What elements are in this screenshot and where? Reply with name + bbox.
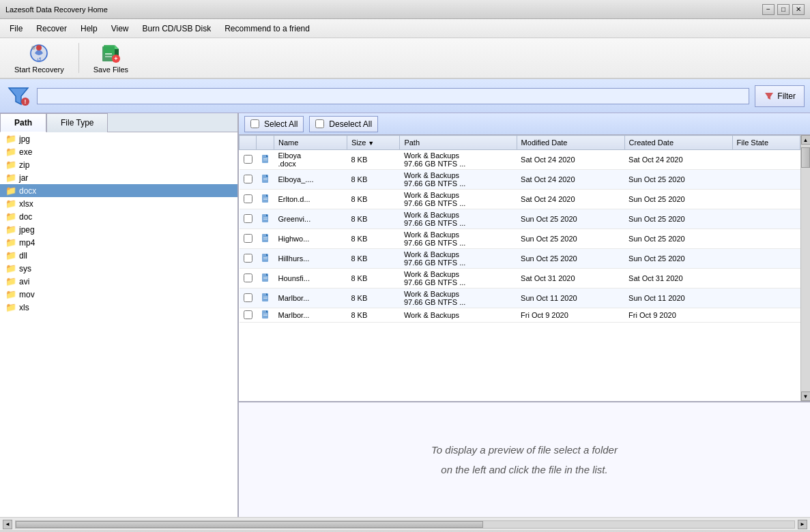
row-checkbox[interactable] — [244, 175, 252, 183]
row-state — [732, 209, 800, 229]
tree-item-docx[interactable]: 📁 docx — [0, 184, 237, 197]
scroll-track[interactable] — [801, 145, 810, 391]
menu-burn[interactable]: Burn CD/USB Disk — [136, 21, 218, 36]
toolbar-separator — [78, 43, 79, 73]
tree-item-dll[interactable]: 📁 dll — [0, 249, 237, 262]
scroll-up-arrow[interactable]: ▲ — [801, 135, 811, 145]
row-checkbox[interactable] — [244, 155, 252, 164]
scroll-thumb[interactable] — [801, 147, 810, 168]
row-name: Elboya.docx — [274, 150, 347, 170]
row-checkbox-cell — [240, 229, 257, 249]
tab-bar: Path File Type — [0, 113, 237, 132]
table-row[interactable]: Elboya_.... 8 KB Work & Backups97.66 GB … — [240, 170, 800, 190]
tree-item-doc[interactable]: 📁 doc — [0, 210, 237, 223]
folder-icon: 📁 — [5, 160, 16, 170]
menu-help[interactable]: Help — [74, 21, 104, 36]
svg-rect-40 — [263, 257, 267, 258]
row-checkbox[interactable] — [244, 214, 252, 223]
scroll-left-arrow[interactable]: ◄ — [3, 520, 12, 529]
tree-item-sys[interactable]: 📁 sys — [0, 262, 237, 275]
tree-item-avi[interactable]: 📁 avi — [0, 275, 237, 288]
col-created-header[interactable]: Created Date — [624, 136, 732, 150]
tree-item-xlsx[interactable]: 📁 xlsx — [0, 197, 237, 210]
file-tree[interactable]: 📁 jpg 📁 exe 📁 zip 📁 jar 📁 docx 📁 xls — [0, 132, 237, 517]
svg-point-3 — [31, 46, 35, 50]
filter-button[interactable]: Filter — [755, 85, 805, 107]
row-created: Sun Oct 25 2020 — [624, 249, 732, 269]
row-checkbox[interactable] — [244, 310, 252, 319]
col-name-header[interactable]: Name — [274, 136, 347, 150]
tree-item-jar[interactable]: 📁 jar — [0, 171, 237, 184]
row-size: 8 KB — [347, 150, 400, 170]
menu-file[interactable]: File — [3, 21, 29, 36]
select-all-button[interactable]: Select All — [244, 116, 304, 132]
row-checkbox[interactable] — [244, 293, 252, 302]
deselect-all-checkbox[interactable] — [315, 119, 324, 128]
maximize-button[interactable]: □ — [777, 4, 790, 15]
scroll-down-arrow[interactable]: ▼ — [801, 391, 811, 401]
vertical-scrollbar[interactable]: ▲ ▼ — [800, 135, 810, 401]
folder-icon: 📁 — [5, 250, 16, 261]
row-checkbox[interactable] — [244, 234, 252, 243]
save-files-button[interactable]: + Save Files — [85, 40, 137, 76]
filter-button-icon — [764, 91, 775, 102]
menu-recommend[interactable]: Recommend to a friend — [218, 21, 317, 36]
row-checkbox-cell — [240, 269, 257, 289]
table-row[interactable]: Greenvi... 8 KB Work & Backups97.66 GB N… — [240, 209, 800, 229]
table-row[interactable]: Hillhurs... 8 KB Work & Backups97.66 GB … — [240, 249, 800, 269]
table-area: Name Size ▼ Path Modified — [239, 135, 810, 401]
menu-view[interactable]: View — [104, 21, 136, 36]
col-modified-header[interactable]: Modified Date — [517, 136, 624, 150]
row-checkbox[interactable] — [244, 274, 252, 282]
tab-file-type[interactable]: File Type — [46, 113, 108, 132]
deselect-all-button[interactable]: Deselect All — [309, 116, 378, 132]
minimize-button[interactable]: − — [762, 4, 775, 15]
bottom-scrollbar[interactable]: ◄ ► — [0, 517, 810, 531]
svg-rect-20 — [263, 158, 267, 159]
start-recovery-button[interactable]: ↺ Start Recovery — [5, 40, 73, 76]
folder-icon: 📁 — [5, 302, 16, 312]
row-modified: Sun Oct 11 2020 — [517, 289, 624, 308]
tree-item-xls[interactable]: 📁 xls — [0, 301, 237, 314]
tree-item-jpg[interactable]: 📁 jpg — [0, 132, 237, 145]
table-row[interactable]: Marlbor... 8 KB Work & Backups97.66 GB N… — [240, 289, 800, 308]
table-row[interactable]: Erlton.d... 8 KB Work & Backups97.66 GB … — [240, 190, 800, 209]
col-path-header[interactable]: Path — [400, 136, 517, 150]
close-button[interactable]: ✕ — [792, 4, 805, 15]
row-created: Sun Oct 11 2020 — [624, 289, 732, 308]
row-checkbox[interactable] — [244, 254, 252, 263]
svg-marker-8 — [115, 45, 119, 49]
select-all-checkbox[interactable] — [250, 119, 259, 128]
col-size-header[interactable]: Size ▼ — [347, 136, 400, 150]
left-panel: Path File Type 📁 jpg 📁 exe 📁 zip 📁 jar — [0, 113, 239, 517]
horizontal-scroll-track[interactable] — [15, 520, 795, 529]
file-table-container[interactable]: Name Size ▼ Path Modified — [239, 135, 800, 401]
filter-input[interactable] — [37, 88, 749, 104]
table-row[interactable]: Highwo... 8 KB Work & Backups97.66 GB NT… — [240, 229, 800, 249]
row-checkbox[interactable] — [244, 194, 252, 203]
menu-recover[interactable]: Recover — [29, 21, 74, 36]
tab-path[interactable]: Path — [0, 113, 46, 132]
row-icon-cell — [257, 190, 274, 209]
tree-item-mov[interactable]: 📁 mov — [0, 288, 237, 301]
row-modified: Sun Oct 25 2020 — [517, 229, 624, 249]
row-path: Work & Backups97.66 GB NTFS ... — [400, 249, 517, 269]
horizontal-scroll-thumb[interactable] — [16, 521, 483, 528]
row-path: Work & Backups97.66 GB NTFS ... — [400, 229, 517, 249]
row-path: Work & Backups97.66 GB NTFS ... — [400, 269, 517, 289]
table-row[interactable]: Elboya.docx 8 KB Work & Backups97.66 GB … — [240, 150, 800, 170]
start-recovery-icon: ↺ — [28, 42, 50, 64]
col-state-header[interactable]: File State — [732, 136, 800, 150]
table-row[interactable]: Marlbor... 8 KB Work & Backups Fri Oct 9… — [240, 308, 800, 323]
row-path: Work & Backups97.66 GB NTFS ... — [400, 170, 517, 190]
table-row[interactable]: Hounsfi... 8 KB Work & Backups97.66 GB N… — [240, 269, 800, 289]
svg-rect-10 — [105, 56, 112, 57]
tree-item-zip[interactable]: 📁 zip — [0, 158, 237, 171]
folder-icon: 📁 — [5, 224, 16, 235]
scroll-right-arrow[interactable]: ► — [798, 520, 807, 529]
svg-rect-28 — [263, 198, 267, 198]
tree-item-exe[interactable]: 📁 exe — [0, 145, 237, 158]
tree-item-jpeg[interactable]: 📁 jpeg — [0, 223, 237, 236]
tree-item-mp4[interactable]: 📁 mp4 — [0, 236, 237, 249]
file-icon — [261, 194, 270, 203]
